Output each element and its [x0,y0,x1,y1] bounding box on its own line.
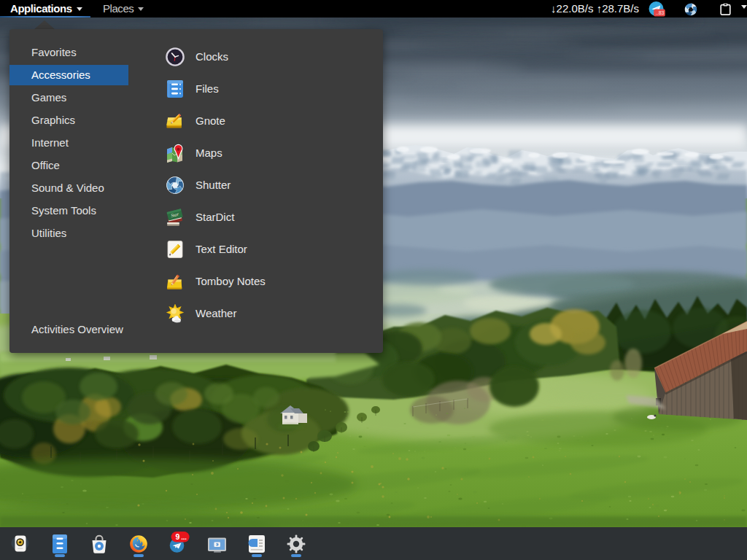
svg-text:..83: ..83 [656,10,665,15]
svg-text:9: 9 [176,532,180,541]
